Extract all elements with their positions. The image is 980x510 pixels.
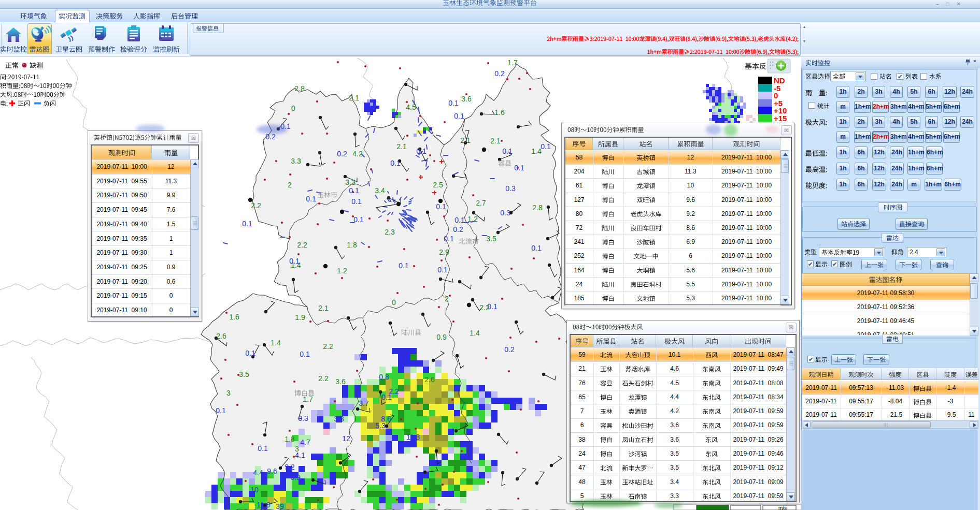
svg-text:2.6: 2.6 [424, 375, 435, 384]
svg-text:0.1: 0.1 [300, 350, 310, 358]
svg-text:0.1: 0.1 [306, 195, 316, 203]
svg-text:2.8: 2.8 [532, 203, 543, 212]
svg-text:-11.0: -11.0 [254, 501, 271, 509]
svg-text:3.3: 3.3 [345, 178, 356, 186]
svg-text:39: 39 [276, 502, 284, 510]
svg-text:2.1: 2.1 [490, 137, 501, 145]
svg-text:0.1: 0.1 [531, 244, 542, 252]
svg-text:2.1: 2.1 [460, 136, 471, 144]
svg-text:4.5: 4.5 [406, 103, 416, 111]
svg-text:1.8: 1.8 [347, 241, 357, 249]
svg-text:0.8: 0.8 [379, 373, 389, 381]
svg-text:3.6: 3.6 [461, 95, 472, 103]
svg-text:1.2: 1.2 [337, 267, 347, 275]
svg-text:2.2: 2.2 [297, 241, 307, 249]
svg-text:3.4: 3.4 [375, 186, 385, 195]
svg-text:2.9: 2.9 [439, 248, 449, 256]
svg-text:1.8: 1.8 [285, 435, 295, 443]
svg-text:10: 10 [250, 486, 259, 494]
svg-text:6.9: 6.9 [290, 473, 301, 482]
svg-text:3.7: 3.7 [359, 399, 369, 407]
svg-text:2: 2 [288, 181, 292, 189]
svg-text:3.6: 3.6 [335, 377, 346, 386]
svg-text:2.1: 2.1 [318, 304, 329, 312]
svg-text:0.1: 0.1 [349, 186, 359, 195]
svg-text:1.7: 1.7 [507, 59, 518, 67]
svg-text:3.3: 3.3 [291, 157, 301, 165]
svg-text:0.1: 0.1 [502, 147, 513, 155]
svg-text:1.4: 1.4 [470, 329, 480, 337]
svg-text:2.2: 2.2 [251, 201, 261, 210]
svg-text:2.2: 2.2 [323, 342, 333, 351]
svg-text:3.5: 3.5 [239, 370, 249, 378]
svg-text:1.6: 1.6 [229, 313, 239, 321]
svg-text:0.1: 0.1 [444, 235, 454, 243]
svg-text:0.1: 0.1 [390, 159, 401, 167]
svg-text:3: 3 [226, 389, 231, 397]
svg-text:0.1: 0.1 [436, 202, 446, 211]
svg-text:0.3: 0.3 [505, 184, 516, 193]
svg-text:0.1: 0.1 [280, 122, 291, 130]
svg-text:1.4: 1.4 [271, 339, 281, 347]
svg-text:2.1: 2.1 [349, 94, 359, 102]
svg-text:0.1: 0.1 [216, 406, 226, 415]
svg-text:0.1: 0.1 [437, 266, 448, 274]
svg-text:0.1: 0.1 [487, 302, 498, 311]
svg-text:0.2: 0.2 [494, 69, 505, 78]
svg-text:0.2: 0.2 [504, 345, 515, 354]
svg-text:5.3: 5.3 [375, 421, 386, 430]
svg-text:0.1: 0.1 [455, 216, 465, 224]
svg-text:0.1: 0.1 [416, 147, 427, 155]
svg-text:12: 12 [342, 434, 350, 443]
svg-text:2.5: 2.5 [433, 181, 443, 189]
svg-text:0.1: 0.1 [381, 393, 392, 401]
svg-text:0.1: 0.1 [245, 349, 255, 357]
svg-text:2: 2 [445, 295, 449, 303]
svg-text:0.1: 0.1 [514, 164, 524, 172]
svg-text:0.3: 0.3 [298, 414, 308, 422]
svg-text:3.3: 3.3 [334, 415, 344, 423]
svg-text:0.1: 0.1 [399, 261, 409, 270]
svg-text:0.1: 0.1 [454, 112, 464, 120]
svg-text:2.3: 2.3 [385, 228, 395, 236]
svg-text:0.2: 0.2 [453, 225, 463, 234]
svg-text:2.7: 2.7 [476, 199, 486, 207]
svg-text:2.1: 2.1 [396, 142, 407, 151]
svg-text:0.3: 0.3 [500, 209, 510, 217]
svg-text:0.9: 0.9 [436, 333, 447, 341]
svg-text:2.8: 2.8 [294, 84, 305, 93]
svg-text:0: 0 [392, 298, 396, 307]
svg-text:1.4: 1.4 [531, 147, 542, 155]
svg-text:1.6: 1.6 [494, 108, 505, 116]
svg-text:0.1: 0.1 [289, 257, 300, 265]
svg-text:4.2: 4.2 [352, 150, 363, 158]
svg-text:1.7: 1.7 [303, 395, 313, 403]
svg-text:0.2: 0.2 [265, 133, 276, 141]
svg-text:4.4: 4.4 [253, 469, 263, 477]
svg-text:3.5: 3.5 [486, 235, 496, 243]
svg-text:9.6: 9.6 [267, 467, 277, 475]
svg-text:0.2: 0.2 [337, 150, 347, 158]
svg-text:+15: +15 [774, 114, 787, 123]
svg-text:1.9: 1.9 [295, 313, 305, 322]
svg-text:0: 0 [291, 104, 295, 112]
svg-text:0.1: 0.1 [353, 215, 364, 224]
svg-text:0.1: 0.1 [258, 444, 268, 453]
svg-text:0.1: 0.1 [242, 220, 252, 228]
svg-text:2.6: 2.6 [216, 332, 226, 340]
svg-text:4.7: 4.7 [300, 438, 310, 446]
svg-text:11.3: 11.3 [406, 433, 420, 441]
svg-text:0.1: 0.1 [351, 197, 362, 206]
svg-text:2.2: 2.2 [318, 374, 329, 383]
svg-text:1.2: 1.2 [467, 215, 478, 223]
svg-text:0.1: 0.1 [541, 142, 551, 151]
svg-text:m/s: m/s [778, 505, 787, 510]
svg-text:0.1: 0.1 [448, 99, 459, 107]
svg-text:9.2: 9.2 [285, 463, 295, 471]
svg-text:4.1: 4.1 [295, 451, 305, 459]
